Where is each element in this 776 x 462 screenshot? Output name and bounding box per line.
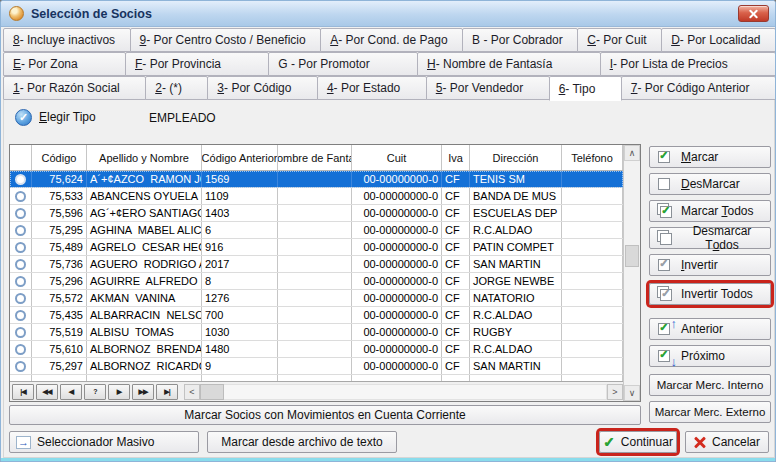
cell-direccio-n: SAN MARTIN bbox=[470, 256, 562, 272]
tab-g-por-promotor[interactable]: G - Por Promotor bbox=[268, 52, 418, 76]
row-radio-icon[interactable] bbox=[15, 259, 26, 270]
tab-3-por-co-digo[interactable]: 3 - Por Código bbox=[207, 76, 318, 100]
tab-f-por-provincia[interactable]: F - Por Provincia bbox=[125, 52, 269, 76]
window-bottom-edge bbox=[1, 458, 775, 461]
down-arrow-icon: ↓ bbox=[671, 354, 678, 369]
invertir-todos-button[interactable]: ✓Invertir Todos bbox=[649, 283, 771, 305]
row-radio-icon[interactable] bbox=[15, 276, 26, 287]
tab-1-por-razo-n-social[interactable]: 1 - Por Razón Social bbox=[3, 76, 146, 100]
marcar-archivo-button[interactable]: Marcar desde archivo de texto bbox=[207, 431, 397, 453]
marcar-button[interactable]: ✓Marcar bbox=[649, 146, 771, 168]
row-radio-cell[interactable] bbox=[10, 273, 32, 289]
vertical-scroll-thumb[interactable] bbox=[625, 245, 639, 267]
pro-ximo-button[interactable]: ✓↓Próximo bbox=[649, 345, 771, 367]
invertir-button[interactable]: ✓Invertir bbox=[649, 254, 771, 276]
socios-grid: CódigoApellido y NombreCódigo AnteriorNo… bbox=[9, 144, 641, 402]
up-arrow-icon: ↑ bbox=[671, 316, 678, 331]
tab-6-tipo[interactable]: 6 - Tipo bbox=[549, 76, 622, 101]
seleccionador-masivo-button[interactable]: → Seleccionador Masivo bbox=[9, 431, 199, 453]
row-radio-cell[interactable] bbox=[10, 324, 32, 340]
row-radio-cell[interactable] bbox=[10, 205, 32, 221]
desmarcar-todos-button[interactable]: Desmarcar Todos bbox=[649, 227, 771, 249]
grid-row[interactable]: 75,596AG´+¢ERO SANTIAGO ME140300-0000000… bbox=[10, 205, 623, 222]
desmarcar-button[interactable]: DesMarcar bbox=[649, 173, 771, 195]
vertical-scrollbar[interactable]: ∧ ∨ bbox=[623, 145, 640, 401]
row-radio-cell[interactable] bbox=[10, 239, 32, 255]
nav-last-button[interactable]: ▶| bbox=[156, 384, 178, 400]
elegir-tipo-button[interactable]: ✓ Elegir Tipo bbox=[15, 105, 96, 129]
nav-fast-back-button[interactable]: ◀◀ bbox=[36, 384, 58, 400]
tab-4-por-estado[interactable]: 4 - Por Estado bbox=[317, 76, 427, 100]
row-radio-icon[interactable] bbox=[15, 225, 26, 236]
nav-search-button[interactable]: ? bbox=[84, 384, 106, 400]
scroll-left-icon[interactable]: < bbox=[184, 384, 200, 400]
grid-row[interactable]: 75,295AGHINA MABEL ALICIA600-00000000-0C… bbox=[10, 222, 623, 239]
grid-row[interactable]: 75,736AGUERO RODRIGO ALEJ201700-00000000… bbox=[10, 256, 623, 273]
tab-e-por-zona[interactable]: E - Por Zona bbox=[3, 52, 126, 76]
tab-7-por-co-digo-anterior[interactable]: 7 - Por Código Anterior bbox=[621, 76, 776, 100]
row-radio-icon[interactable] bbox=[15, 310, 26, 321]
tab-c-por-cuit[interactable]: C - Por Cuit bbox=[577, 28, 662, 52]
row-radio-cell[interactable] bbox=[10, 222, 32, 238]
horizontal-scrollbar[interactable]: < > bbox=[180, 382, 623, 401]
anterior-button[interactable]: ✓↑Anterior bbox=[649, 318, 771, 340]
tab-b-por-cobrador[interactable]: B - Por Cobrador bbox=[462, 28, 578, 52]
marcar-merc-externo-button[interactable]: Marcar Merc. Externo bbox=[649, 401, 771, 423]
horizontal-scroll-thumb[interactable] bbox=[200, 384, 224, 400]
row-radio-icon[interactable] bbox=[15, 327, 26, 338]
tab-5-por-vendedor[interactable]: 5 - Por Vendedor bbox=[426, 76, 550, 100]
grid-row[interactable]: 75,610ALBORNOZ BRENDA VAN148000-00000000… bbox=[10, 341, 623, 358]
grid-row[interactable]: 75,624A´+¢AZCO RAMON JOSE156900-00000000… bbox=[10, 171, 623, 188]
grid-row[interactable]: 75,297ALBORNOZ RICARDO RO900-00000000-0C… bbox=[10, 358, 623, 375]
marcar-todos-button[interactable]: ✓Marcar Todos bbox=[649, 200, 771, 222]
row-radio-icon[interactable] bbox=[15, 191, 26, 202]
row-radio-cell[interactable] bbox=[10, 256, 32, 272]
dialog-seleccion-socios: Selección de Socios 8 - Incluye inactivo… bbox=[0, 0, 776, 462]
nav-prior-button[interactable]: ◀ bbox=[60, 384, 82, 400]
cell-cuit: 00-00000000-0 bbox=[352, 188, 442, 204]
row-radio-cell[interactable] bbox=[10, 341, 32, 357]
grid-row[interactable]: 75,296AGUIRRE ALFREDO800-00000000-0CFJOR… bbox=[10, 273, 623, 290]
cancelar-button[interactable]: Cancelar bbox=[685, 431, 769, 453]
row-radio-cell[interactable] bbox=[10, 307, 32, 323]
row-radio-cell[interactable] bbox=[10, 171, 32, 187]
row-radio-icon[interactable] bbox=[15, 344, 26, 355]
close-button[interactable] bbox=[738, 5, 769, 22]
grid-row[interactable]: 75,489AGRELO CESAR HECTOR91600-00000000-… bbox=[10, 239, 623, 256]
scroll-up-icon[interactable]: ∧ bbox=[624, 145, 640, 161]
nav-first-button[interactable]: |◀ bbox=[12, 384, 34, 400]
tab-8-incluye-inactivos[interactable]: 8 - Incluye inactivos bbox=[3, 28, 131, 52]
cell-tele-fono bbox=[562, 273, 623, 289]
grid-row[interactable]: 75,533ABANCENS OYUELA ALEJ110900-0000000… bbox=[10, 188, 623, 205]
marcar-merc-interno-button[interactable]: Marcar Merc. Interno bbox=[649, 374, 771, 396]
nav-fast-forward-button[interactable]: ▶▶ bbox=[132, 384, 154, 400]
tab-d-por-localidad[interactable]: D - Por Localidad bbox=[661, 28, 776, 52]
cell-direccio-n: NATATORIO bbox=[470, 290, 562, 306]
cell-iva: CF bbox=[442, 341, 470, 357]
marcar-cc-button[interactable]: Marcar Socios con Movimientos en Cuenta … bbox=[9, 405, 641, 425]
vertical-scroll-track[interactable] bbox=[624, 161, 640, 385]
tab-h-nombre-de-fantasi-a[interactable]: H - Nombre de Fantasía bbox=[417, 52, 601, 76]
grid-row[interactable]: 75,519ALBISU TOMAS103000-00000000-0CFRUG… bbox=[10, 324, 623, 341]
scroll-down-icon[interactable]: ∨ bbox=[624, 385, 640, 401]
grid-row[interactable]: 75,572AKMAN VANINA127600-00000000-0CFNAT… bbox=[10, 290, 623, 307]
continuar-button[interactable]: ✓ Continuar bbox=[599, 431, 677, 453]
row-radio-icon[interactable] bbox=[15, 208, 26, 219]
scroll-right-icon[interactable]: > bbox=[607, 384, 623, 400]
row-radio-icon[interactable] bbox=[15, 174, 26, 185]
horizontal-scroll-track[interactable] bbox=[224, 384, 607, 400]
tab-2[interactable]: 2 - (*) bbox=[145, 76, 208, 100]
selected-type-label: EMPLEADO bbox=[149, 111, 216, 125]
tab-9-por-centro-costo-beneficio[interactable]: 9 - Por Centro Costo / Beneficio bbox=[130, 28, 322, 52]
cell-cuit: 00-00000000-0 bbox=[352, 341, 442, 357]
tab-i-por-lista-de-precios[interactable]: I - Por Lista de Precios bbox=[600, 52, 776, 76]
row-radio-cell[interactable] bbox=[10, 188, 32, 204]
grid-row[interactable]: 75,435ALBARRACIN NELSON EL70000-00000000… bbox=[10, 307, 623, 324]
row-radio-cell[interactable] bbox=[10, 358, 32, 374]
row-radio-icon[interactable] bbox=[15, 293, 26, 304]
row-radio-cell[interactable] bbox=[10, 290, 32, 306]
nav-next-button[interactable]: ▶ bbox=[108, 384, 130, 400]
tab-a-por-cond-de-pago[interactable]: A - Por Cond. de Pago bbox=[320, 28, 463, 52]
row-radio-icon[interactable] bbox=[15, 242, 26, 253]
row-radio-icon[interactable] bbox=[15, 361, 26, 372]
